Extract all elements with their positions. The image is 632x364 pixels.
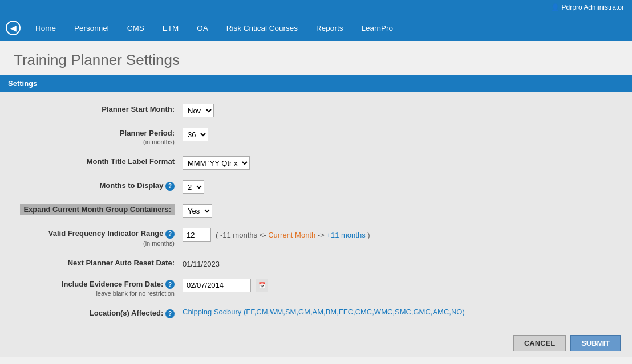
nav-cms[interactable]: CMS (118, 15, 153, 41)
nav-bar: ◀ Home Personnel CMS ETM OA Risk Critica… (0, 15, 632, 41)
months-to-display-select[interactable]: 123456 (183, 180, 204, 194)
nav-oa[interactable]: OA (188, 15, 217, 41)
planner-period-select[interactable]: 1224364860 (183, 128, 208, 141)
freq-row: Valid Frequency Indicator Range ? (in mo… (0, 222, 632, 252)
freq-input[interactable] (183, 228, 211, 242)
locations-row: Location(s) Affected: ? Chipping Sodbury… (0, 302, 632, 323)
months-to-display-help-icon[interactable]: ? (165, 182, 175, 191)
nav-learnpro[interactable]: LearnPro (352, 15, 402, 41)
planner-period-label: Planner Period: (in months) (11, 126, 183, 146)
next-reset-row: Next Planner Auto Reset Date: 01/11/2023 (0, 252, 632, 273)
top-bar: 👤 Pdrpro Administrator (0, 0, 632, 15)
expand-label: Expand Current Month Group Containers: (11, 203, 183, 214)
month-title-select[interactable]: MMM 'YY Qtr x MMM YYYY MMM YY (183, 156, 250, 170)
calendar-button[interactable]: 📅 (256, 279, 268, 292)
nav-reports[interactable]: Reports (307, 15, 352, 41)
plus-months-text: +11 months (326, 231, 365, 239)
current-month-text: Current Month (268, 231, 315, 239)
locations-label: Location(s) Affected: ? (11, 306, 183, 318)
month-title-row: Month Title Label Format MMM 'YY Qtr x M… (0, 150, 632, 174)
locations-help-icon[interactable]: ? (165, 309, 175, 318)
evidence-from-row: Include Evidence From Date: ? leave blan… (0, 273, 632, 302)
locations-value: Chipping Sodbury (FF,CM,WM,SM,GM,AM,BM,F… (183, 306, 621, 316)
month-title-value: MMM 'YY Qtr x MMM YYYY MMM YY (183, 155, 621, 170)
expand-value: YesNo (183, 203, 621, 218)
cancel-button[interactable]: CANCEL (513, 335, 566, 351)
freq-value: ( -11 months <- Current Month -> +11 mon… (183, 227, 621, 242)
next-reset-date: 01/11/2023 (183, 257, 220, 268)
submit-button[interactable]: SUBMIT (570, 335, 621, 351)
evidence-from-input[interactable] (183, 279, 251, 292)
evidence-from-value: 📅 (183, 277, 621, 292)
planner-period-row: Planner Period: (in months) 1224364860 (0, 122, 632, 150)
planner-start-month-label: Planner Start Month: (11, 103, 183, 113)
nav-home[interactable]: Home (26, 15, 65, 41)
evidence-from-label: Include Evidence From Date: ? leave blan… (11, 277, 183, 298)
settings-section: Settings Planner Start Month: JanFebMarA… (0, 75, 632, 357)
nav-items: Home Personnel CMS ETM OA Risk Critical … (26, 15, 402, 41)
nav-back-button[interactable]: ◀ (6, 21, 21, 35)
evidence-from-help-icon[interactable]: ? (165, 280, 175, 289)
months-to-display-label: Months to Display ? (11, 179, 183, 191)
freq-help-icon[interactable]: ? (165, 230, 175, 239)
next-reset-value: 01/11/2023 (183, 256, 621, 268)
nav-etm[interactable]: ETM (153, 15, 188, 41)
planner-start-month-value: JanFebMarApr MayJunJulAug SepOctNovDec (183, 103, 621, 117)
planner-start-month-row: Planner Start Month: JanFebMarApr MayJun… (0, 98, 632, 122)
username: Pdrpro Administrator (562, 3, 624, 11)
settings-body: Planner Start Month: JanFebMarApr MayJun… (0, 92, 632, 329)
next-reset-label: Next Planner Auto Reset Date: (11, 256, 183, 267)
page-title: Training Planner Settings (14, 51, 618, 69)
months-to-display-value: 123456 (183, 179, 621, 194)
freq-description: ( -11 months <- Current Month -> +11 mon… (216, 231, 370, 239)
settings-header: Settings (0, 75, 632, 92)
user-icon: 👤 (551, 3, 560, 11)
month-title-label: Month Title Label Format (11, 155, 183, 166)
planner-period-value: 1224364860 (183, 126, 621, 141)
expand-row: Expand Current Month Group Containers: Y… (0, 198, 632, 222)
locations-text: Chipping Sodbury (FF,CM,WM,SM,GM,AM,BM,F… (183, 308, 465, 316)
footer-buttons: CANCEL SUBMIT (0, 329, 632, 357)
months-to-display-row: Months to Display ? 123456 (0, 174, 632, 198)
expand-select[interactable]: YesNo (183, 204, 212, 218)
planner-start-month-select[interactable]: JanFebMarApr MayJunJulAug SepOctNovDec (183, 104, 214, 117)
page-title-area: Training Planner Settings (0, 41, 632, 75)
freq-label: Valid Frequency Indicator Range ? (in mo… (11, 227, 183, 247)
nav-risk-critical-courses[interactable]: Risk Critical Courses (217, 15, 307, 41)
nav-personnel[interactable]: Personnel (65, 15, 118, 41)
main-content: Settings Planner Start Month: JanFebMarA… (0, 75, 632, 357)
